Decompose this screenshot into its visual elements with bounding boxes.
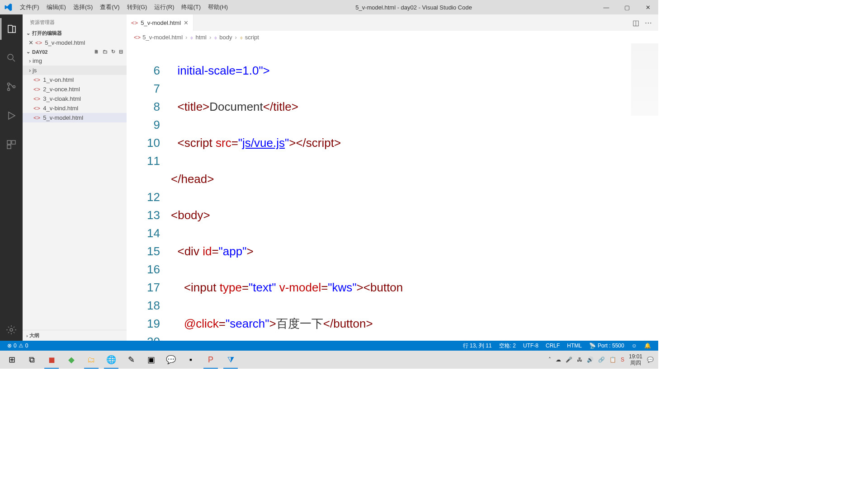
html-file-icon: <> bbox=[35, 39, 42, 46]
file-name: 4_v-bind.html bbox=[43, 105, 78, 112]
breadcrumb-item[interactable]: ⬨html bbox=[190, 34, 207, 41]
file-item-selected[interactable]: <>5_v-model.html bbox=[23, 113, 127, 122]
menu-terminal[interactable]: 终端(T) bbox=[178, 1, 204, 13]
search-icon[interactable] bbox=[0, 47, 22, 69]
menu-help[interactable]: 帮助(H) bbox=[204, 1, 231, 13]
menu-selection[interactable]: 选择(S) bbox=[70, 1, 96, 13]
outline-section[interactable]: › 大纲 bbox=[23, 330, 127, 341]
svg-point-1 bbox=[8, 83, 10, 85]
extensions-icon[interactable] bbox=[0, 134, 22, 155]
html-file-icon: <> bbox=[33, 76, 40, 83]
taskbar-app[interactable]: ▣ bbox=[141, 351, 161, 369]
taskbar-app[interactable]: ◆ bbox=[61, 351, 81, 369]
task-view-icon[interactable]: ⧉ bbox=[22, 351, 42, 369]
html-file-icon: <> bbox=[33, 114, 40, 121]
tray-chevron-icon[interactable]: ˄ bbox=[548, 357, 551, 363]
close-icon[interactable]: ✕ bbox=[27, 39, 34, 46]
run-debug-icon[interactable] bbox=[0, 105, 22, 127]
start-button[interactable]: ⊞ bbox=[2, 351, 22, 369]
more-icon[interactable]: ⋯ bbox=[645, 19, 652, 27]
file-item[interactable]: <>2_v-once.html bbox=[23, 84, 127, 94]
folder-js[interactable]: › js bbox=[23, 66, 127, 75]
file-name: 1_v-on.html bbox=[43, 76, 74, 83]
tray-icon[interactable]: S bbox=[621, 357, 624, 363]
tray-mic-icon[interactable]: 🎤 bbox=[566, 357, 572, 363]
element-icon: ⬨ bbox=[240, 34, 243, 41]
explorer-icon[interactable] bbox=[0, 18, 22, 40]
terminal-icon[interactable]: ▪ bbox=[181, 351, 201, 369]
html-file-icon: <> bbox=[131, 19, 138, 26]
code-content[interactable]: initial-scale=1.0"> <title>Document</tit… bbox=[171, 43, 658, 341]
menu-file[interactable]: 文件(F) bbox=[16, 1, 43, 13]
minimize-button[interactable]: — bbox=[596, 0, 617, 14]
folder-img[interactable]: › img bbox=[23, 56, 127, 66]
menu-go[interactable]: 转到(G) bbox=[123, 1, 151, 13]
element-icon: ⬨ bbox=[214, 34, 217, 41]
new-folder-icon[interactable]: 🗀 bbox=[103, 49, 108, 55]
taskbar-app[interactable]: ◼ bbox=[42, 351, 61, 369]
close-icon[interactable]: ✕ bbox=[184, 19, 189, 26]
file-name: 3_v-cloak.html bbox=[43, 95, 81, 102]
title-bar: 文件(F) 编辑(E) 选择(S) 查看(V) 转到(G) 运行(R) 终端(T… bbox=[0, 0, 658, 14]
tray-icon[interactable]: 🔗 bbox=[598, 357, 605, 363]
chevron-down-icon: ⌄ bbox=[26, 49, 30, 55]
open-editors-header[interactable]: ⌄ 打开的编辑器 bbox=[23, 28, 127, 38]
workspace-name: DAY02 bbox=[32, 49, 47, 55]
split-editor-icon[interactable]: ◫ bbox=[632, 19, 639, 27]
tray-cloud-icon[interactable]: ☁ bbox=[556, 357, 561, 363]
breadcrumb-item[interactable]: ⬨script bbox=[240, 34, 259, 41]
file-item[interactable]: <>4_v-bind.html bbox=[23, 103, 127, 113]
new-file-icon[interactable]: 🗎 bbox=[94, 49, 99, 55]
menu-edit[interactable]: 编辑(E) bbox=[43, 1, 70, 13]
svg-rect-5 bbox=[12, 141, 15, 144]
breadcrumb-item[interactable]: ⬨body bbox=[214, 34, 232, 41]
file-item[interactable]: <>1_v-on.html bbox=[23, 75, 127, 84]
file-name: 2_v-once.html bbox=[43, 86, 80, 93]
close-button[interactable]: ✕ bbox=[637, 0, 658, 14]
tab-active[interactable]: <> 5_v-model.html ✕ bbox=[127, 14, 193, 31]
status-liveserver[interactable]: 📡 Port : 5500 bbox=[585, 342, 628, 350]
status-language[interactable]: HTML bbox=[563, 342, 585, 350]
minimap[interactable] bbox=[631, 43, 658, 116]
collapse-icon[interactable]: ⊟ bbox=[119, 49, 123, 55]
chevron-right-icon: › bbox=[29, 67, 31, 74]
status-encoding[interactable]: UTF-8 bbox=[519, 342, 542, 350]
tab-label: 5_v-model.html bbox=[141, 19, 181, 26]
tray-network-icon[interactable]: 🖧 bbox=[577, 357, 582, 363]
status-errors[interactable]: ⊗ 0 ⚠ 0 bbox=[4, 343, 32, 349]
open-editor-item[interactable]: ✕ <> 5_v-model.html bbox=[23, 38, 127, 47]
maximize-button[interactable]: ▢ bbox=[617, 0, 637, 14]
wechat-icon[interactable]: 💬 bbox=[161, 351, 181, 369]
refresh-icon[interactable]: ↻ bbox=[111, 49, 115, 55]
tray-volume-icon[interactable]: 🔊 bbox=[587, 357, 594, 363]
status-bell-icon[interactable]: 🔔 bbox=[641, 342, 655, 350]
menu-run[interactable]: 运行(R) bbox=[151, 1, 178, 13]
tray-icon[interactable]: 📋 bbox=[609, 357, 616, 363]
code-editor[interactable]: 6789 1011 12 13141516 17181920 initial-s… bbox=[127, 43, 658, 341]
breadcrumb-item[interactable]: <>5_v-model.html bbox=[134, 34, 183, 41]
activity-bar bbox=[0, 14, 23, 341]
file-explorer-icon[interactable]: 🗂 bbox=[81, 351, 101, 369]
code-text: initial-scale=1.0"> bbox=[177, 64, 269, 77]
taskbar-clock[interactable]: 19:01周四 bbox=[629, 353, 642, 366]
settings-gear-icon[interactable] bbox=[0, 319, 22, 341]
status-cursor[interactable]: 行 13, 列 11 bbox=[459, 342, 495, 350]
workspace-header[interactable]: ⌄ DAY02 🗎 🗀 ↻ ⊟ bbox=[23, 47, 127, 56]
svg-point-0 bbox=[8, 54, 13, 60]
notifications-icon[interactable]: 💬 bbox=[647, 357, 654, 363]
folder-name: img bbox=[33, 57, 42, 64]
editor-area: <> 5_v-model.html ✕ ◫ ⋯ <>5_v-model.html… bbox=[127, 14, 658, 341]
file-item[interactable]: <>3_v-cloak.html bbox=[23, 94, 127, 103]
taskbar-app[interactable]: ✎ bbox=[121, 351, 141, 369]
workspace-tools: 🗎 🗀 ↻ ⊟ bbox=[94, 49, 123, 55]
open-editors-label: 打开的编辑器 bbox=[32, 30, 62, 37]
status-feedback-icon[interactable]: ☺ bbox=[628, 342, 641, 350]
menu-view[interactable]: 查看(V) bbox=[96, 1, 123, 13]
chrome-icon[interactable]: 🌐 bbox=[101, 351, 121, 369]
powerpoint-icon[interactable]: P bbox=[201, 351, 221, 369]
status-eol[interactable]: CRLF bbox=[542, 342, 563, 350]
source-control-icon[interactable] bbox=[0, 76, 22, 98]
vscode-logo-icon bbox=[0, 3, 16, 11]
vscode-taskbar-icon[interactable]: ⧩ bbox=[221, 351, 241, 369]
status-spaces[interactable]: 空格: 2 bbox=[495, 342, 519, 350]
